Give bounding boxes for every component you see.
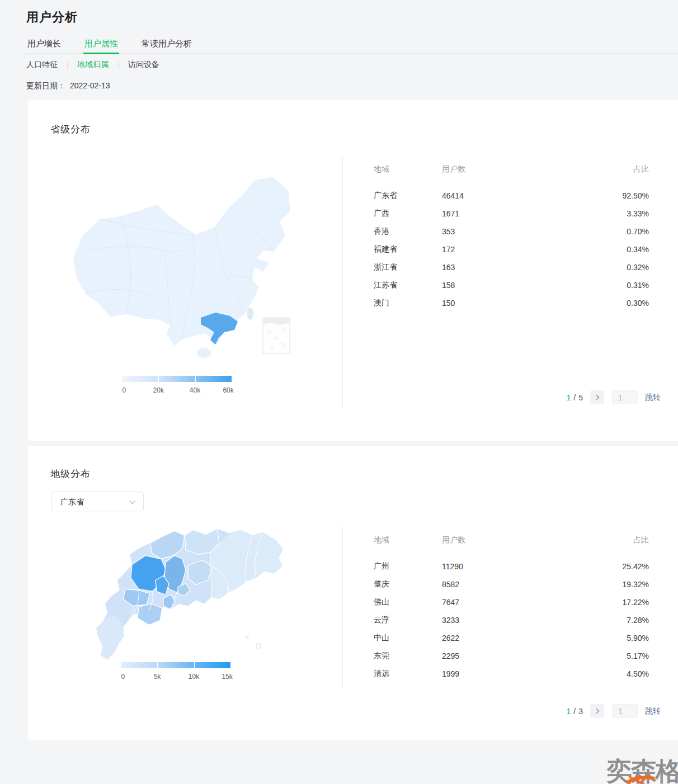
legend-city: 0 5k 10k 15k xyxy=(121,662,230,681)
cell-users: 2622 xyxy=(442,634,531,643)
guangdong-map[interactable] xyxy=(78,526,296,664)
taiwan-island xyxy=(247,308,253,320)
cell-region: 东莞 xyxy=(374,651,442,661)
table-row: 香港 353 0.70% xyxy=(374,223,649,240)
subtab-region[interactable]: 地域归属 xyxy=(77,60,109,70)
table-header-row: 地域 用户数 占比 xyxy=(374,535,649,544)
subtab-devices[interactable]: 访问设备 xyxy=(128,60,159,70)
table-header-ratio: 占比 xyxy=(531,535,649,544)
cell-pct: 0.31% xyxy=(531,281,649,290)
cell-users: 2295 xyxy=(442,651,531,660)
legend-tick: 15k xyxy=(222,673,232,681)
tab-regular-readers[interactable]: 常读用户分析 xyxy=(140,39,193,53)
cell-users: 46414 xyxy=(442,191,531,200)
cell-pct: 0.70% xyxy=(531,227,649,236)
cell-region: 清远 xyxy=(374,669,442,679)
province-select-value: 广东省 xyxy=(60,497,84,507)
cell-region: 澳门 xyxy=(374,298,442,308)
cell-region: 福建省 xyxy=(374,244,442,254)
city-jiangmen xyxy=(138,604,162,625)
table-header-region: 地域 xyxy=(374,164,442,173)
next-page-button[interactable] xyxy=(590,704,604,718)
page-separator: / xyxy=(573,393,576,402)
province-table: 地域 用户数 占比 广东省 46414 92.50% 广西 1671 3.33%… xyxy=(374,164,649,312)
cell-pct: 0.34% xyxy=(531,245,649,254)
province-panel-title: 省级分布 xyxy=(50,123,91,136)
update-date-row: 更新日期：2022-02-13 xyxy=(26,81,110,91)
cell-pct: 3.33% xyxy=(531,209,649,218)
cell-pct: 5.90% xyxy=(531,634,649,643)
legend-province: 0 20k 40k 60k xyxy=(122,376,232,394)
province-select[interactable]: 广东省 xyxy=(51,492,144,512)
chevron-right-icon xyxy=(595,708,600,714)
jump-link[interactable]: 跳转 xyxy=(645,393,661,403)
cell-pct: 0.32% xyxy=(531,263,649,272)
cell-users: 163 xyxy=(442,263,531,272)
table-row: 清远 1999 4.50% xyxy=(374,665,649,683)
sub-tabs: 人口特征 地域归属 访问设备 xyxy=(26,60,159,70)
legend-gradient xyxy=(122,376,232,382)
subtab-divider xyxy=(118,62,119,69)
cell-pct: 92.50% xyxy=(531,191,649,200)
legend-tick: 0 xyxy=(123,386,126,394)
table-header-users: 用户数 xyxy=(442,535,531,544)
table-header-users: 用户数 xyxy=(442,164,531,173)
table-row: 云浮 3233 7.28% xyxy=(374,611,649,629)
cell-users: 8582 xyxy=(442,580,531,589)
cell-region: 云浮 xyxy=(374,615,442,625)
cell-region: 中山 xyxy=(374,633,442,643)
panel-divider xyxy=(342,157,343,408)
update-date-value: 2022-02-13 xyxy=(70,81,110,90)
cell-pct: 4.50% xyxy=(531,669,649,678)
subtab-divider xyxy=(67,62,68,69)
small-island xyxy=(246,636,249,639)
page-separator: / xyxy=(573,707,576,716)
cell-region: 广西 xyxy=(374,209,442,219)
cell-users: 7647 xyxy=(442,598,531,607)
table-header-row: 地域 用户数 占比 xyxy=(374,164,649,173)
table-row: 澳门 150 0.30% xyxy=(374,294,649,312)
legend-tick: 10k xyxy=(189,673,199,681)
main-tabs: 用户增长 用户属性 常读用户分析 xyxy=(26,39,678,54)
city-panel-title: 地级分布 xyxy=(50,467,91,480)
subtab-demographics[interactable]: 人口特征 xyxy=(26,60,58,70)
china-map[interactable] xyxy=(53,167,322,368)
cell-users: 150 xyxy=(442,299,531,308)
china-map-svg xyxy=(53,167,322,368)
cell-region: 广东省 xyxy=(374,191,442,201)
southwest-region xyxy=(96,616,124,660)
legend-tick: 20k xyxy=(153,386,164,394)
page-title: 用户分析 xyxy=(26,9,78,26)
cell-pct: 25.42% xyxy=(531,562,649,571)
cell-region: 佛山 xyxy=(374,597,442,607)
page-current: 1 xyxy=(567,707,571,716)
guangdong-map-svg xyxy=(78,526,296,664)
tab-user-attributes[interactable]: 用户属性 xyxy=(83,39,119,54)
watermark-swoosh-icon xyxy=(625,774,657,784)
page-input[interactable] xyxy=(612,390,638,404)
hainan-island xyxy=(197,348,211,358)
chevron-right-icon xyxy=(595,394,600,400)
cell-users: 3233 xyxy=(442,616,531,625)
page-total: 3 xyxy=(578,707,583,716)
page-input[interactable] xyxy=(612,704,638,718)
watermark-logo: 奕森格 xyxy=(606,758,678,784)
table-header-ratio: 占比 xyxy=(531,164,649,173)
cell-pct: 19.32% xyxy=(531,580,649,589)
legend-tick: 40k xyxy=(190,386,200,394)
table-row: 东莞 2295 5.17% xyxy=(374,647,649,665)
table-row: 福建省 172 0.34% xyxy=(374,240,649,258)
china-outline xyxy=(73,177,290,346)
tab-user-growth[interactable]: 用户增长 xyxy=(26,39,62,53)
chevron-down-icon xyxy=(129,500,136,504)
update-date-label: 更新日期： xyxy=(26,81,65,90)
city-distribution-panel: 地级分布 广东省 xyxy=(28,446,678,740)
table-row: 广西 1671 3.33% xyxy=(374,205,649,223)
jump-link[interactable]: 跳转 xyxy=(645,706,661,716)
cell-region: 香港 xyxy=(374,226,442,237)
next-page-button[interactable] xyxy=(590,390,604,404)
cell-users: 11290 xyxy=(442,562,531,571)
table-row: 浙江省 163 0.32% xyxy=(374,258,649,276)
small-island xyxy=(256,644,261,649)
cell-pct: 0.30% xyxy=(531,299,649,308)
